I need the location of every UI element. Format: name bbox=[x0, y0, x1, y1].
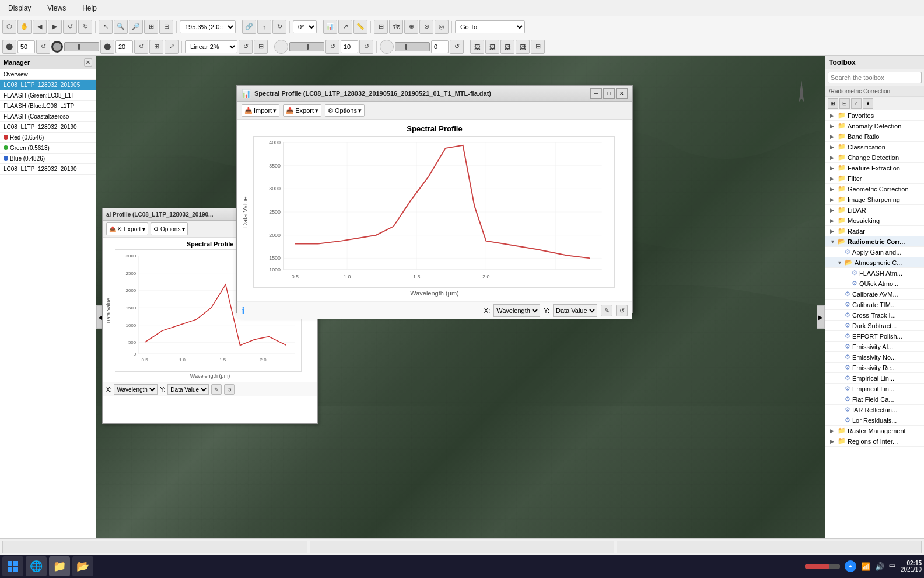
tb2-btn1[interactable]: ⬤ bbox=[2, 40, 16, 54]
tree-classification[interactable]: ▶📁Classification bbox=[825, 142, 924, 152]
large-options-btn[interactable]: ⚙ Options ▾ bbox=[325, 104, 365, 117]
tree-empirical-1[interactable]: ⚙Empirical Lin... bbox=[825, 373, 924, 384]
tool-undo[interactable]: ↺ bbox=[63, 20, 77, 34]
large-import-btn[interactable]: 📥 Import ▾ bbox=[242, 104, 279, 117]
large-spectral-close[interactable]: ✕ bbox=[616, 88, 628, 99]
tool-measure[interactable]: 📏 bbox=[354, 20, 368, 34]
tree-emissivity-re[interactable]: ⚙Emissivity Re... bbox=[825, 363, 924, 373]
tb2-circle2[interactable] bbox=[274, 40, 288, 54]
panel-close[interactable]: ✕ bbox=[84, 58, 92, 67]
tool-zoom-in[interactable]: 🔍 bbox=[114, 20, 128, 34]
tb-star[interactable]: ★ bbox=[863, 98, 873, 109]
tb2-link[interactable]: ⊞ bbox=[254, 40, 268, 54]
tree-favorites[interactable]: ▶📁Favorites bbox=[825, 110, 924, 121]
map-area[interactable]: ▶ al Profile (LC08_L1TP_128032_20190... … bbox=[96, 56, 825, 578]
tool-map3[interactable]: ⊗ bbox=[419, 20, 433, 34]
tb2-btn14[interactable]: ⊞ bbox=[531, 40, 545, 54]
tb2-btn6[interactable]: ⤢ bbox=[164, 40, 178, 54]
tree-calibrate-avm[interactable]: ⚙Calibrate AVM... bbox=[825, 289, 924, 300]
large-refresh-btn[interactable]: ↺ bbox=[616, 305, 628, 316]
tb2-circle3[interactable] bbox=[380, 40, 394, 54]
tool-pointer[interactable]: ⬡ bbox=[2, 20, 16, 34]
tb2-btn5[interactable]: ⊞ bbox=[149, 40, 163, 54]
tool-profile[interactable]: 📊 bbox=[323, 20, 337, 34]
taskbar-filemanager[interactable]: 📁 bbox=[49, 556, 70, 576]
large-spectral-restore[interactable]: □ bbox=[603, 88, 615, 99]
tb2-btn13[interactable]: 🖼 bbox=[516, 40, 530, 54]
large-help-icon[interactable]: ℹ bbox=[242, 305, 245, 316]
taskbar-notification[interactable]: ● bbox=[845, 560, 856, 572]
tree-feature[interactable]: ▶📁Feature Extraction bbox=[825, 163, 924, 173]
small-options-btn[interactable]: ⚙ Options ▾ bbox=[150, 222, 188, 235]
tree-regions[interactable]: ▶📁Regions of Inter... bbox=[825, 436, 924, 447]
large-export-btn[interactable]: 📤 Export ▾ bbox=[283, 104, 321, 117]
tool-zoom-out[interactable]: 🔎 bbox=[129, 20, 143, 34]
tool-select[interactable]: ↖ bbox=[99, 20, 113, 34]
small-refresh-btn[interactable]: ↺ bbox=[224, 384, 235, 395]
menu-display[interactable]: Display bbox=[5, 3, 34, 13]
stretch-dropdown[interactable]: Linear 2% bbox=[185, 40, 237, 53]
large-pencil-btn[interactable]: ✎ bbox=[601, 305, 612, 316]
tb2-btn2[interactable]: ↺ bbox=[36, 40, 50, 54]
tree-radiometric[interactable]: ▼📂Radiometric Corr... bbox=[825, 236, 924, 247]
tree-geometric[interactable]: ▶📁Geometric Correction bbox=[825, 184, 924, 194]
tool-zoom-extent[interactable]: ⊞ bbox=[144, 20, 158, 34]
tool-grid[interactable]: ⊞ bbox=[374, 20, 388, 34]
tool-forward[interactable]: ▶ bbox=[48, 20, 62, 34]
large-spectral-minimize[interactable]: ─ bbox=[590, 88, 602, 99]
tool-link[interactable]: 🔗 bbox=[242, 20, 256, 34]
tree-atmospheric[interactable]: ▼📂Atmospheric C... bbox=[825, 257, 924, 268]
tree-quick-atmo[interactable]: ⚙QUick Atmo... bbox=[825, 278, 924, 289]
tb2-circle[interactable] bbox=[51, 41, 63, 53]
map-collapse-right[interactable]: ▶ bbox=[817, 305, 825, 329]
tree-dark-subtract[interactable]: ⚙Dark Subtract... bbox=[825, 321, 924, 331]
small-pencil-btn[interactable]: ✎ bbox=[211, 384, 222, 395]
tree-raster[interactable]: ▶📁Raster Management bbox=[825, 426, 924, 436]
tool-north[interactable]: ↑ bbox=[257, 20, 271, 34]
tree-emissivity-no[interactable]: ⚙Emissivity No... bbox=[825, 352, 924, 363]
tree-emissivity-al[interactable]: ⚙Emissivity Al... bbox=[825, 342, 924, 352]
tb2-refresh[interactable]: ↺ bbox=[239, 40, 253, 54]
tb-collapse-all[interactable]: ⊟ bbox=[839, 98, 850, 109]
tree-calibrate-tim[interactable]: ⚙Calibrate TIM... bbox=[825, 300, 924, 310]
tb2-btn3[interactable]: ⬤ bbox=[100, 40, 114, 54]
layer-item-flaash-coastal[interactable]: FLAASH (Coastal:aeroso bbox=[0, 112, 96, 122]
large-x-dropdown[interactable]: Wavelength bbox=[494, 304, 540, 317]
tree-flat-field[interactable]: ⚙Flat Field Ca... bbox=[825, 394, 924, 405]
layer-item-flaash-green[interactable]: FLAASH (Green:LC08_L1T bbox=[0, 90, 96, 101]
tb2-btn4[interactable]: ↺ bbox=[134, 40, 148, 54]
tb2-btn10[interactable]: 🖼 bbox=[470, 40, 484, 54]
tree-effort[interactable]: ⚙EFFORT Polish... bbox=[825, 331, 924, 342]
tree-anomaly[interactable]: ▶📁Anomaly Detection bbox=[825, 121, 924, 131]
tree-change-detection[interactable]: ▶📁Change Detection bbox=[825, 152, 924, 163]
tool-map1[interactable]: 🗺 bbox=[389, 20, 403, 34]
layer-item-lc08-3[interactable]: LC08_L1TP_128032_20190 bbox=[0, 164, 96, 175]
tb2-input3[interactable] bbox=[341, 40, 358, 53]
menu-views[interactable]: Views bbox=[44, 3, 69, 13]
large-y-dropdown[interactable]: Data Value bbox=[553, 304, 597, 317]
tree-iar[interactable]: ⚙IAR Reflectan... bbox=[825, 405, 924, 415]
tree-filter[interactable]: ▶📁Filter bbox=[825, 173, 924, 184]
goto-dropdown[interactable]: Go To bbox=[455, 20, 525, 33]
tree-flaash[interactable]: ⚙FLAASH Atm... bbox=[825, 268, 924, 278]
angle-dropdown[interactable]: 0° bbox=[293, 20, 317, 33]
taskbar-app3[interactable]: 📂 bbox=[72, 556, 93, 576]
tb2-btn7[interactable]: ↺ bbox=[326, 40, 340, 54]
tool-rotate[interactable]: ↻ bbox=[272, 20, 286, 34]
tb2-btn12[interactable]: 🖼 bbox=[501, 40, 514, 54]
tool-map2[interactable]: ⊕ bbox=[404, 20, 418, 34]
tool-pan[interactable]: ✋ bbox=[18, 20, 32, 34]
tree-radar[interactable]: ▶📁Radar bbox=[825, 226, 924, 236]
tb-expand-all[interactable]: ⊞ bbox=[828, 98, 838, 109]
tree-cross-track[interactable]: ⚙Cross-Track I... bbox=[825, 310, 924, 321]
layer-item-flaash-blue[interactable]: FLAASH (Blue:LC08_L1TP bbox=[0, 101, 96, 112]
tb2-input2[interactable] bbox=[116, 40, 133, 53]
tb-home[interactable]: ⌂ bbox=[851, 98, 862, 109]
layer-item-red[interactable]: Red (0.6546) bbox=[0, 133, 96, 143]
layer-item-lc08[interactable]: LC08_L1TP_128032_201905 bbox=[0, 80, 96, 90]
tree-band-ratio[interactable]: ▶📁Band Ratio bbox=[825, 131, 924, 142]
small-x-dropdown[interactable]: Wavelength bbox=[114, 384, 158, 395]
zoom-dropdown[interactable]: 195.3% (2.0:: bbox=[180, 20, 236, 33]
tool-zoom-full[interactable]: ⊟ bbox=[159, 20, 173, 34]
tb2-btn11[interactable]: 🖼 bbox=[485, 40, 499, 54]
